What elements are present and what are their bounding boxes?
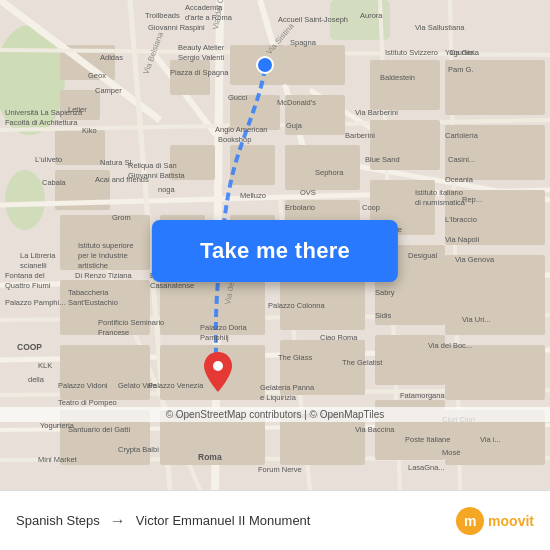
svg-text:The Glass: The Glass — [278, 353, 312, 362]
svg-text:Istituto italiano: Istituto italiano — [415, 188, 463, 197]
svg-text:Giovanni Battista: Giovanni Battista — [128, 171, 186, 180]
svg-text:Teatro di Pompeo: Teatro di Pompeo — [58, 398, 117, 407]
svg-text:Palazzo Venezia: Palazzo Venezia — [148, 381, 204, 390]
svg-text:La Libreria: La Libreria — [20, 251, 56, 260]
svg-rect-36 — [370, 60, 440, 110]
svg-text:e Liquirizia: e Liquirizia — [260, 393, 297, 402]
svg-text:Kiko: Kiko — [82, 126, 97, 135]
svg-text:Da Gio...: Da Gio... — [450, 48, 480, 57]
svg-text:Quattro Fiumi: Quattro Fiumi — [5, 281, 51, 290]
svg-text:Giovanni Raspini: Giovanni Raspini — [148, 23, 205, 32]
svg-text:Melluzo: Melluzo — [240, 191, 266, 200]
svg-text:Forum Nerve: Forum Nerve — [258, 465, 302, 474]
svg-text:per le Industrie: per le Industrie — [78, 251, 128, 260]
svg-text:The Gelatist: The Gelatist — [342, 358, 383, 367]
svg-text:Sidis: Sidis — [375, 311, 392, 320]
svg-text:Santuario dei Gatti: Santuario dei Gatti — [68, 425, 130, 434]
svg-text:Camper: Camper — [95, 86, 122, 95]
svg-text:Reliqua di San: Reliqua di San — [128, 161, 177, 170]
svg-text:Via del Boc...: Via del Boc... — [428, 341, 472, 350]
svg-text:Baldestein: Baldestein — [380, 73, 415, 82]
svg-text:Palazzo Vidoni: Palazzo Vidoni — [58, 381, 108, 390]
svg-text:Erbolario: Erbolario — [285, 203, 315, 212]
svg-text:L'Ibraccio: L'Ibraccio — [445, 215, 477, 224]
svg-text:Cartolerìa: Cartolerìa — [445, 131, 479, 140]
svg-text:Desigual: Desigual — [408, 251, 438, 260]
svg-text:Piazza di Spagna: Piazza di Spagna — [170, 68, 229, 77]
svg-text:Fontana del: Fontana del — [5, 271, 45, 280]
svg-text:Pontificio Seminario: Pontificio Seminario — [98, 318, 164, 327]
svg-text:Accademia: Accademia — [185, 3, 223, 12]
svg-text:Gelateria Panna: Gelateria Panna — [260, 383, 315, 392]
svg-text:Gucci: Gucci — [228, 93, 248, 102]
svg-text:Casanatense: Casanatense — [150, 281, 194, 290]
svg-text:Accueil Saint-Joseph: Accueil Saint-Joseph — [278, 15, 348, 24]
svg-text:di numismatica: di numismatica — [415, 198, 466, 207]
svg-text:Poste Italiane: Poste Italiane — [405, 435, 450, 444]
svg-text:Palazzo Doria: Palazzo Doria — [200, 323, 248, 332]
svg-point-62 — [213, 361, 223, 371]
svg-text:Adidas: Adidas — [100, 53, 123, 62]
route-to: Victor Emmanuel II Monument — [136, 513, 311, 528]
svg-text:Sephora: Sephora — [315, 168, 344, 177]
bottom-bar: Spanish Steps → Victor Emmanuel II Monum… — [0, 490, 550, 550]
svg-text:Istituto Svizzero: Istituto Svizzero — [385, 48, 438, 57]
svg-text:Oceania: Oceania — [445, 175, 474, 184]
svg-text:Guja: Guja — [286, 121, 303, 130]
svg-rect-33 — [285, 45, 345, 85]
svg-text:Pamphilj: Pamphilj — [200, 333, 229, 342]
svg-text:Barberini: Barberini — [345, 131, 375, 140]
svg-text:Ciao Roma: Ciao Roma — [320, 333, 358, 342]
svg-text:Via Uri...: Via Uri... — [462, 315, 491, 324]
svg-rect-30 — [230, 145, 275, 185]
svg-point-2 — [5, 170, 45, 230]
svg-text:Geox: Geox — [88, 71, 106, 80]
svg-text:Coop: Coop — [362, 203, 380, 212]
svg-text:Natura Sl: Natura Sl — [100, 158, 132, 167]
moovit-name: moovit — [488, 513, 534, 529]
svg-text:Università La Sapienza: Università La Sapienza — [5, 108, 83, 117]
svg-text:KLK: KLK — [38, 361, 52, 370]
svg-text:L'uliveto: L'uliveto — [35, 155, 62, 164]
svg-text:Di Renzo Tiziana: Di Renzo Tiziana — [75, 271, 133, 280]
svg-rect-47 — [60, 345, 150, 400]
svg-rect-58 — [445, 255, 545, 335]
svg-text:noga: noga — [158, 185, 176, 194]
svg-text:Casini...: Casini... — [448, 155, 475, 164]
svg-text:Grom: Grom — [112, 213, 131, 222]
svg-text:d'arte a Roma: d'arte a Roma — [185, 13, 233, 22]
svg-text:Via Barberini: Via Barberini — [355, 108, 398, 117]
svg-text:Tabaccheria: Tabaccheria — [68, 288, 109, 297]
svg-text:COOP: COOP — [17, 342, 42, 352]
svg-text:Beauty Atelier: Beauty Atelier — [178, 43, 225, 52]
svg-text:Aurora: Aurora — [360, 11, 383, 20]
moovit-logo: m moovit — [456, 507, 534, 535]
svg-text:Bookshop: Bookshop — [218, 135, 251, 144]
svg-text:Istituto superiore: Istituto superiore — [78, 241, 133, 250]
svg-text:LasaGna...: LasaGna... — [408, 463, 445, 472]
moovit-icon: m — [456, 507, 484, 535]
map-container: Via del Corso Via Belsiana Via Sistina V… — [0, 0, 550, 490]
svg-text:Mini Market: Mini Market — [38, 455, 78, 464]
svg-text:artistiche: artistiche — [78, 261, 108, 270]
svg-text:Pam G.: Pam G. — [448, 65, 473, 74]
svg-text:Palazzo Colonna: Palazzo Colonna — [268, 301, 326, 310]
svg-text:Sabry: Sabry — [375, 288, 395, 297]
svg-text:Via Baccina: Via Baccina — [355, 425, 395, 434]
svg-text:della: della — [28, 375, 45, 384]
svg-rect-59 — [445, 345, 545, 400]
take-me-there-button[interactable]: Take me there — [152, 220, 398, 282]
svg-text:Sergio Valenti: Sergio Valenti — [178, 53, 224, 62]
svg-text:Cabala: Cabala — [42, 178, 67, 187]
svg-rect-6 — [55, 130, 105, 165]
svg-text:Trollbeads: Trollbeads — [145, 11, 180, 20]
svg-text:Via Sallustiana: Via Sallustiana — [415, 23, 465, 32]
svg-text:Via Genova: Via Genova — [455, 255, 495, 264]
svg-text:Palazzo Pamphi...: Palazzo Pamphi... — [5, 298, 65, 307]
svg-text:McDonald's: McDonald's — [277, 98, 316, 107]
svg-text:Via Napoli: Via Napoli — [445, 235, 479, 244]
route-info: Spanish Steps → Victor Emmanuel II Monum… — [16, 512, 456, 530]
map-attribution: © OpenStreetMap contributors | © OpenMap… — [0, 407, 550, 422]
svg-text:OVS: OVS — [300, 188, 316, 197]
svg-text:Sant'Eustachio: Sant'Eustachio — [68, 298, 118, 307]
